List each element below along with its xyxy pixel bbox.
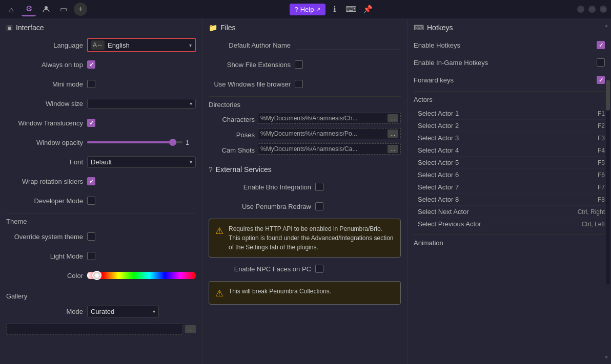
- window-translucency-label: Window Translucency: [6, 119, 83, 127]
- npc-faces-row: Enable NPC Faces on PC: [209, 262, 401, 276]
- help-button[interactable]: ? Help ↗: [290, 4, 326, 15]
- external-section-header: ? External Services: [209, 165, 401, 174]
- enable-brio-checkbox[interactable]: [315, 183, 323, 191]
- cam-shots-row: Cam Shots %MyDocuments%/Anamnesis/Ca... …: [209, 143, 401, 157]
- info-icon[interactable]: ℹ: [328, 2, 342, 16]
- characters-label: Characters: [209, 116, 255, 123]
- override-system-checkbox[interactable]: [87, 232, 95, 241]
- chevron-down-icon: ▾: [189, 42, 192, 48]
- wrap-rotation-row: Wrap rotation sliders: [6, 174, 196, 188]
- gear-icon[interactable]: ⚙: [22, 2, 36, 16]
- enable-hotkeys-checkbox[interactable]: [597, 41, 605, 49]
- cam-shots-browse-button[interactable]: ...: [388, 145, 398, 153]
- enable-ingame-checkbox[interactable]: [597, 58, 605, 67]
- window-size-row: Window size ▾: [6, 96, 196, 111]
- scroll-up-button[interactable]: ▲: [604, 23, 609, 28]
- actor-name: Select Actor 7: [414, 183, 569, 191]
- color-label: Color: [6, 272, 83, 280]
- gallery-mode-label: Mode: [6, 308, 83, 315]
- interface-section-title: Interface: [16, 24, 44, 32]
- user-icon[interactable]: [39, 2, 53, 16]
- maximize-button[interactable]: □: [588, 6, 596, 13]
- characters-row: Characters %MyDocuments%/Anamnesis/Ch...…: [209, 113, 401, 126]
- help-icon: ?: [295, 6, 298, 13]
- npc-faces-checkbox[interactable]: [315, 265, 323, 273]
- actor-key: F6: [569, 172, 605, 179]
- window-size-dropdown[interactable]: ▾: [87, 99, 196, 109]
- font-row: Font Default ▾: [6, 155, 196, 169]
- show-extensions-checkbox[interactable]: [295, 60, 303, 69]
- external-section-title: External Services: [216, 165, 272, 174]
- actor-key: F4: [569, 147, 605, 154]
- override-system-row: Override system theme: [6, 229, 196, 244]
- titlebar-center: ? Help ↗ ℹ ⌨ 📌: [290, 2, 375, 16]
- language-dropdown[interactable]: A↔ English ▾: [87, 38, 196, 52]
- theme-label: Theme: [6, 218, 196, 225]
- window-translucency-row: Window Translucency: [6, 116, 196, 130]
- mini-mode-row: Mini mode: [6, 77, 196, 91]
- actor-row: Select Actor 4 F4: [414, 144, 605, 157]
- forward-keys-label: Forward keys: [414, 76, 597, 84]
- window-opacity-slider[interactable]: 1: [87, 139, 196, 146]
- font-dropdown[interactable]: Default ▾: [87, 156, 196, 168]
- wrap-rotation-label: Wrap rotation sliders: [6, 178, 83, 185]
- main-content: ▣ Interface Language A↔ English ▾ Always…: [0, 18, 611, 364]
- font-label: Font: [6, 158, 83, 166]
- question-icon: ?: [209, 165, 213, 174]
- scrollbar-thumb[interactable]: [606, 80, 610, 111]
- color-slider[interactable]: [87, 272, 196, 279]
- scrollbar[interactable]: [606, 80, 610, 285]
- developer-mode-row: Developer Mode: [6, 194, 196, 208]
- developer-mode-checkbox[interactable]: [87, 197, 95, 205]
- penumbra-checkbox[interactable]: [315, 202, 323, 210]
- window-opacity-label: Window opacity: [6, 139, 83, 146]
- mini-mode-checkbox[interactable]: [87, 80, 95, 88]
- actor-row: Select Actor 2 F2: [414, 120, 605, 132]
- forward-keys-checkbox[interactable]: [597, 76, 605, 84]
- light-mode-checkbox[interactable]: [87, 252, 95, 260]
- gallery-mode-row: Mode Curated ▾: [6, 304, 196, 318]
- actors-section-label: Actors: [414, 96, 605, 103]
- brio-row: Enable Brio Integration: [209, 180, 401, 194]
- poses-browse-button[interactable]: ...: [388, 130, 398, 138]
- interface-section-header: ▣ Interface: [6, 24, 196, 32]
- always-on-top-checkbox[interactable]: [87, 60, 95, 69]
- mini-mode-label: Mini mode: [6, 80, 83, 88]
- actor-name: Select Actor 4: [414, 146, 569, 154]
- gallery-mode-dropdown[interactable]: Curated ▾: [87, 306, 159, 317]
- light-mode-label: Light Mode: [6, 252, 83, 260]
- home-icon[interactable]: ⌂: [4, 2, 18, 16]
- poses-label: Poses: [209, 131, 255, 139]
- actor-name: Select Actor 6: [414, 171, 569, 179]
- keyboard-icon[interactable]: ⌨: [344, 2, 358, 16]
- actor-name: Select Actor 1: [414, 110, 569, 117]
- add-tab-button[interactable]: +: [74, 3, 87, 16]
- default-author-label: Default Author Name: [209, 41, 291, 49]
- help-label: Help: [300, 6, 314, 13]
- close-button[interactable]: ✕: [600, 6, 607, 13]
- actor-key: Ctrl, Right: [569, 208, 605, 216]
- pin-icon[interactable]: 📌: [360, 2, 375, 16]
- color-row: Color: [6, 268, 196, 283]
- enable-hotkeys-label: Enable Hotkeys: [414, 41, 597, 49]
- cam-shots-path: %MyDocuments%/Anamnesis/Ca...: [260, 145, 385, 153]
- wrap-rotation-checkbox[interactable]: [87, 177, 95, 185]
- chevron-down-icon: ▾: [153, 309, 155, 314]
- actor-key: F7: [569, 184, 605, 191]
- actor-row: Select Actor 6 F6: [414, 169, 605, 181]
- gallery-browse-button[interactable]: ...: [185, 325, 196, 333]
- default-author-input[interactable]: [295, 40, 401, 50]
- window-opacity-row: Window opacity 1: [6, 135, 196, 149]
- language-row: Language A↔ English ▾: [6, 38, 196, 52]
- directories-label: Directories: [209, 101, 401, 109]
- square-icon[interactable]: ▭: [56, 2, 71, 16]
- scroll-down-button[interactable]: ▼: [604, 354, 609, 360]
- override-system-label: Override system theme: [6, 233, 83, 241]
- windows-browser-checkbox[interactable]: [295, 80, 303, 88]
- window-translucency-checkbox[interactable]: [87, 119, 95, 127]
- minimize-button[interactable]: —: [577, 6, 584, 13]
- actor-row: Select Previous Actor Ctrl, Left: [414, 218, 605, 230]
- always-on-top-row: Always on top: [6, 57, 196, 72]
- enable-ingame-label: Enable In-Game Hotkeys: [414, 59, 597, 67]
- characters-browse-button[interactable]: ...: [388, 114, 398, 122]
